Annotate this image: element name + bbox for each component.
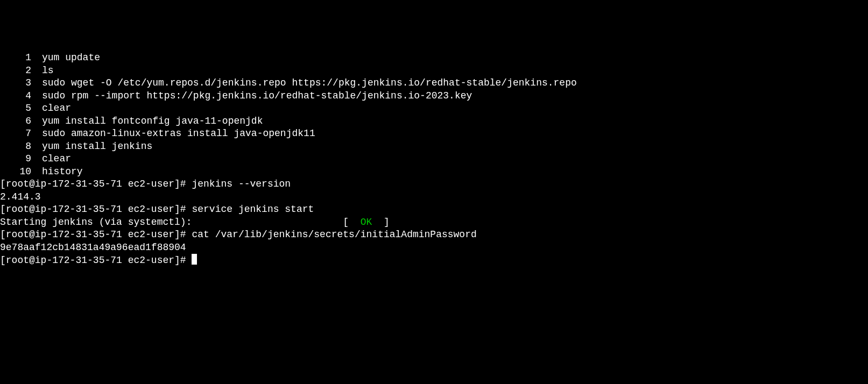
history-entry: 6yum install fontconfig java-11-openjdk <box>0 115 868 128</box>
command-text: jenkins --version <box>192 179 291 189</box>
history-command: history <box>31 166 83 177</box>
history-number: 9 <box>0 153 31 166</box>
history-entry: 9clear <box>0 153 868 166</box>
history-entry: 7sudo amazon-linux-extras install java-o… <box>0 127 868 140</box>
history-number: 1 <box>0 52 31 65</box>
prompt-line: [root@ip-172-31-35-71 ec2-user]# service… <box>0 203 868 216</box>
prompt-line[interactable]: [root@ip-172-31-35-71 ec2-user]# <box>0 254 868 267</box>
cursor-icon <box>192 254 197 265</box>
status-ok: OK <box>361 217 372 227</box>
history-number: 3 <box>0 77 31 90</box>
history-number: 7 <box>0 127 31 140</box>
history-entry: 4sudo rpm --import https://pkg.jenkins.i… <box>0 90 868 103</box>
history-number: 5 <box>0 102 31 115</box>
history-entry: 1yum update <box>0 52 868 65</box>
shell-prompt: [root@ip-172-31-35-71 ec2-user]# <box>0 255 192 266</box>
shell-prompt: [root@ip-172-31-35-71 ec2-user]# <box>0 229 192 240</box>
prompt-line: [root@ip-172-31-35-71 ec2-user]# jenkins… <box>0 178 868 191</box>
history-entry: 10history <box>0 166 868 179</box>
history-number: 2 <box>0 65 31 77</box>
service-status-pre: Starting jenkins (via systemctl): [ <box>0 217 361 227</box>
history-number: 4 <box>0 90 31 103</box>
history-command: yum install jenkins <box>31 141 152 152</box>
history-command: sudo rpm --import https://pkg.jenkins.io… <box>31 90 472 101</box>
history-number: 8 <box>0 140 31 153</box>
history-command: sudo amazon-linux-extras install java-op… <box>31 128 315 139</box>
history-command: clear <box>31 103 71 113</box>
terminal-output[interactable]: 1yum update2ls3sudo wget -O /etc/yum.rep… <box>0 52 868 267</box>
output-line: Starting jenkins (via systemctl): [ OK ] <box>0 216 868 229</box>
history-command: ls <box>31 65 54 76</box>
history-command: yum install fontconfig java-11-openjdk <box>31 116 263 126</box>
prompt-line: [root@ip-172-31-35-71 ec2-user]# cat /va… <box>0 229 868 241</box>
history-command: sudo wget -O /etc/yum.repos.d/jenkins.re… <box>31 77 577 88</box>
history-entry: 8yum install jenkins <box>0 140 868 153</box>
history-number: 6 <box>0 115 31 128</box>
shell-prompt: [root@ip-172-31-35-71 ec2-user]# <box>0 179 192 189</box>
history-entry: 2ls <box>0 65 868 77</box>
history-entry: 3sudo wget -O /etc/yum.repos.d/jenkins.r… <box>0 77 868 90</box>
history-command: clear <box>31 153 71 164</box>
history-number: 10 <box>0 166 31 179</box>
command-text: service jenkins start <box>192 204 314 215</box>
history-entry: 5clear <box>0 102 868 115</box>
service-status-post: ] <box>372 217 389 227</box>
history-command: yum update <box>31 52 100 63</box>
shell-prompt: [root@ip-172-31-35-71 ec2-user]# <box>0 204 192 215</box>
output-line: 9e78aaf12cb14831a49a96ead1f88904 <box>0 241 868 254</box>
command-text: cat /var/lib/jenkins/secrets/initialAdmi… <box>192 229 476 240</box>
output-line: 2.414.3 <box>0 191 868 204</box>
